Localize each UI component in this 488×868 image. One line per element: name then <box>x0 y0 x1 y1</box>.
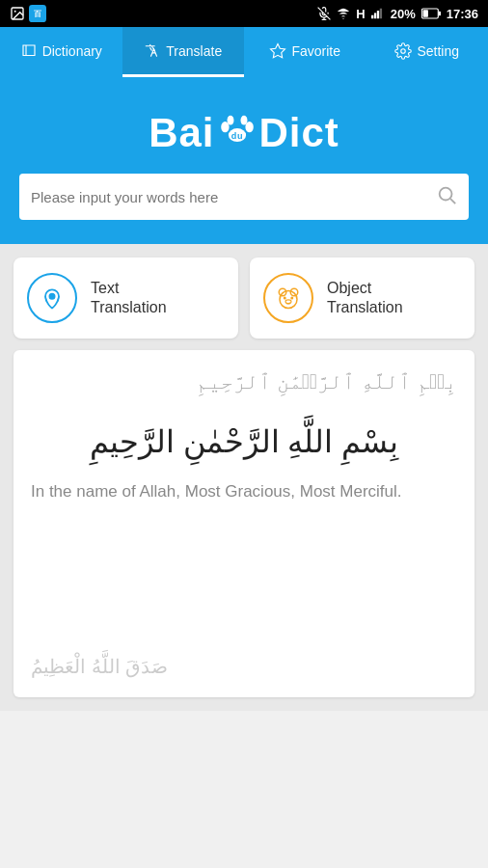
svg-point-30 <box>290 297 293 300</box>
object-translation-label: ObjectTranslation <box>327 279 403 317</box>
book-icon <box>20 42 38 60</box>
tab-dictionary[interactable]: Dictionary <box>0 27 122 77</box>
search-bar[interactable] <box>19 174 469 220</box>
svg-rect-13 <box>422 10 427 17</box>
signal-icon <box>371 8 385 19</box>
svg-point-21 <box>240 116 247 125</box>
tab-favorite[interactable]: Favorite <box>244 27 366 77</box>
object-translation-icon <box>263 273 313 323</box>
main-content: TextTranslation ObjectTranslation بِسۡمِ <box>0 244 488 711</box>
search-icon[interactable] <box>436 184 457 210</box>
network-type: H <box>356 7 365 21</box>
bear-icon <box>274 284 303 312</box>
svg-point-20 <box>227 116 233 125</box>
arabic-main-text: بِسْمِ اللَّهِ الرَّحْمٰنِ الرَّحِيمِ <box>90 423 399 460</box>
status-left: 百 <box>10 5 46 22</box>
content-card: بِسۡمِ ٱللَّهِ ٱلرَّحۡمَٰنِ ٱلرَّحِيمِ ب… <box>14 350 474 697</box>
svg-point-16 <box>401 48 406 53</box>
arabic-top-text: بِسۡمِ ٱللَّهِ ٱلرَّحۡمَٰنِ ٱلرَّحِيمِ <box>31 369 457 394</box>
status-bar: 百 H 20% 17:36 <box>0 0 488 27</box>
logo-text: Bai du Dict <box>149 106 339 156</box>
text-translation-icon <box>27 273 77 323</box>
app-logo: Bai du Dict <box>149 106 339 156</box>
hero-section: Bai du Dict <box>0 77 488 244</box>
text-translation-label: TextTranslation <box>91 279 167 317</box>
mute-icon <box>317 7 331 20</box>
svg-rect-8 <box>371 15 373 19</box>
svg-point-1 <box>14 11 16 13</box>
text-translation-card[interactable]: TextTranslation <box>14 258 238 339</box>
svg-line-24 <box>450 199 455 203</box>
arabic-bottom-text: صَدَقَ اللَّهُ الْعَظِيمُ <box>31 655 488 678</box>
status-right: H 20% 17:36 <box>317 7 478 21</box>
image-icon <box>10 6 25 21</box>
wifi-icon <box>337 7 350 20</box>
english-translation: In the name of Allah, Most Gracious, Mos… <box>31 479 457 504</box>
svg-rect-11 <box>379 9 381 19</box>
tab-translate[interactable]: Translate <box>122 27 245 77</box>
svg-rect-14 <box>438 12 440 16</box>
svg-rect-9 <box>374 13 376 18</box>
svg-rect-10 <box>377 11 379 18</box>
svg-text:du: du <box>230 131 243 141</box>
finger-icon <box>39 285 66 312</box>
object-translation-card[interactable]: ObjectTranslation <box>250 258 474 339</box>
search-input[interactable] <box>31 189 436 205</box>
battery-icon <box>421 8 441 19</box>
battery-percent: 20% <box>391 7 416 21</box>
translate-icon <box>144 42 161 60</box>
translation-options: TextTranslation ObjectTranslation <box>14 258 474 339</box>
app-icon: 百 <box>29 5 46 22</box>
svg-point-23 <box>440 187 452 200</box>
svg-point-25 <box>49 294 54 299</box>
clock: 17:36 <box>447 7 478 21</box>
star-icon <box>269 42 286 60</box>
gear-icon <box>394 42 412 60</box>
svg-point-7 <box>343 18 344 19</box>
paw-icon: du <box>217 106 258 156</box>
svg-point-29 <box>284 297 286 300</box>
tab-setting[interactable]: Setting <box>366 27 489 77</box>
svg-text:百: 百 <box>34 10 41 18</box>
nav-tabs: Dictionary Translate Favorite Setting <box>0 27 488 77</box>
